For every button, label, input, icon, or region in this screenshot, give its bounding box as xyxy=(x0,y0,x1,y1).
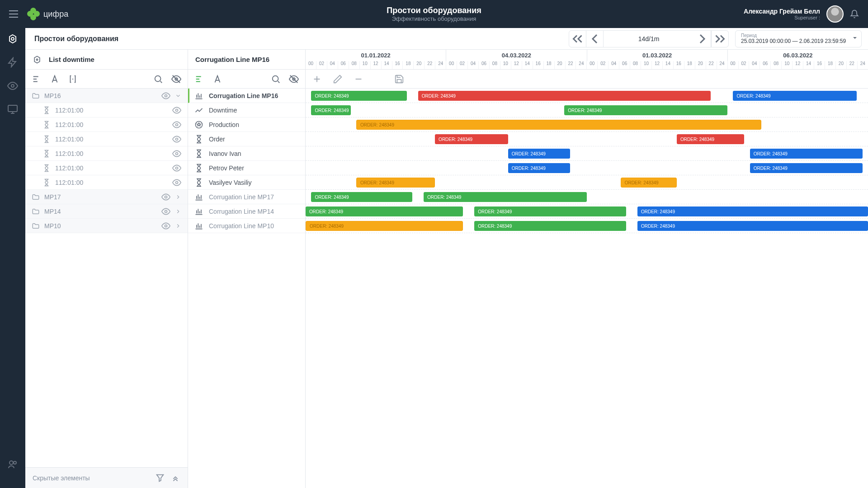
eye-icon[interactable] xyxy=(161,207,170,216)
gantt-bar[interactable]: ORDER: 248349 xyxy=(508,149,570,159)
rail-monitor-icon[interactable] xyxy=(7,104,18,115)
gantt-bar[interactable]: ORDER: 248349 xyxy=(306,206,463,216)
eye-icon[interactable] xyxy=(161,192,170,202)
gantt-bar[interactable]: ORDER: 248349 xyxy=(418,91,711,101)
time-scale[interactable]: 14d/1m xyxy=(604,35,694,42)
brand-logo[interactable]: цифра xyxy=(27,8,68,20)
minus-icon[interactable] xyxy=(354,74,363,84)
gantt-bar[interactable]: ORDER: 248349 xyxy=(311,105,350,115)
gantt-bar[interactable]: ORDER: 248349 xyxy=(356,120,761,130)
rail-bolt-icon[interactable] xyxy=(7,57,18,68)
save-icon[interactable] xyxy=(394,74,404,84)
svg-point-13 xyxy=(176,167,178,169)
eye-icon[interactable] xyxy=(161,221,170,230)
gantt-bar[interactable]: ORDER: 248349 xyxy=(306,221,463,231)
period-selector[interactable]: Период 25.03.2019 00:00:00 — 2.06.2019 2… xyxy=(735,30,862,47)
gantt-bar[interactable]: ORDER: 248349 xyxy=(637,206,868,216)
tree-hier-icon[interactable] xyxy=(32,74,42,84)
hamburger-icon[interactable] xyxy=(9,10,18,18)
tree-item[interactable]: 112:01:00 xyxy=(25,103,188,117)
folder-icon xyxy=(32,222,40,230)
eye-off-icon[interactable] xyxy=(289,74,299,84)
bracket-icon[interactable] xyxy=(68,74,78,84)
gantt-bar[interactable]: ORDER: 248349 xyxy=(564,105,727,115)
tree-item[interactable]: 112:01:00 xyxy=(25,132,188,146)
eye-icon[interactable] xyxy=(172,106,181,115)
search-icon[interactable] xyxy=(271,74,281,84)
gantt-bar[interactable]: ORDER: 248349 xyxy=(677,134,744,144)
eye-icon[interactable] xyxy=(172,178,181,187)
gantt-bar[interactable]: ORDER: 248349 xyxy=(356,178,435,188)
gantt-bar[interactable]: ORDER: 248349 xyxy=(435,134,508,144)
gantt-bar[interactable]: ORDER: 248349 xyxy=(637,221,868,231)
gantt-bar[interactable]: ORDER: 248349 xyxy=(311,192,412,202)
rail-module-icon[interactable] xyxy=(7,33,18,44)
mid-row[interactable]: Vasilyev Vasiliy xyxy=(188,175,305,190)
eye-icon[interactable] xyxy=(161,91,170,100)
chevron-down-icon[interactable] xyxy=(175,93,181,99)
mid-row[interactable]: Order xyxy=(188,132,305,146)
collapse-icon[interactable] xyxy=(170,473,180,483)
mid-row[interactable]: Corrugation Line MP14 xyxy=(188,204,305,219)
filter-icon[interactable] xyxy=(155,473,165,483)
rail-eye-icon[interactable] xyxy=(7,80,18,91)
tree-group-MP10[interactable]: MP10 xyxy=(25,219,188,233)
gantt-bar[interactable]: ORDER: 248349 xyxy=(750,149,863,159)
tree-hier-icon[interactable] xyxy=(194,74,204,84)
chevron-right-icon[interactable] xyxy=(175,194,181,200)
nav-next-icon[interactable] xyxy=(694,31,711,47)
mid-row[interactable]: Ivanov Ivan xyxy=(188,146,305,161)
gantt-bar[interactable]: ORDER: 248349 xyxy=(508,163,570,173)
nav-prev-icon[interactable] xyxy=(586,31,604,47)
gantt-bar[interactable]: ORDER: 248349 xyxy=(474,206,626,216)
tree-item[interactable]: 112:01:00 xyxy=(25,117,188,132)
search-icon[interactable] xyxy=(153,74,163,84)
tree-group-MP16[interactable]: MP16 xyxy=(25,89,188,103)
mid-row[interactable]: Downtime xyxy=(188,103,305,117)
gantt-hour: 18 xyxy=(544,61,555,69)
eye-icon[interactable] xyxy=(172,120,181,129)
eye-icon[interactable] xyxy=(172,149,181,158)
pencil-icon[interactable] xyxy=(333,74,343,84)
nav-first-icon[interactable] xyxy=(569,31,586,47)
gantt-row: ORDER: 248349ORDER: 248349 xyxy=(306,161,868,175)
mid-row-label: Petrov Peter xyxy=(209,164,244,172)
mid-row[interactable]: Corrugation Line MP17 xyxy=(188,190,305,204)
tree-item[interactable]: 112:01:00 xyxy=(25,161,188,175)
gantt-row: ORDER: 248349ORDER: 248349 xyxy=(306,175,868,190)
gantt-hour: 20 xyxy=(836,61,847,69)
mid-row-label: Corrugation Line MP17 xyxy=(209,193,274,201)
text-a-icon[interactable] xyxy=(212,74,222,84)
avatar[interactable] xyxy=(826,5,844,23)
eye-icon[interactable] xyxy=(172,164,181,173)
chevron-right-icon[interactable] xyxy=(175,223,181,229)
eye-off-icon[interactable] xyxy=(171,74,181,84)
nav-last-icon[interactable] xyxy=(711,31,728,47)
tree-item[interactable]: 112:01:00 xyxy=(25,146,188,161)
tree-group-MP17[interactable]: MP17 xyxy=(25,190,188,204)
gantt-bar[interactable]: ORDER: 248349 xyxy=(621,178,677,188)
gantt-bar[interactable]: ORDER: 248349 xyxy=(733,91,857,101)
mid-row[interactable]: Corrugation Line MP10 xyxy=(188,219,305,233)
mid-row[interactable]: Petrov Peter xyxy=(188,161,305,175)
plus-icon[interactable] xyxy=(312,74,322,84)
bell-icon[interactable] xyxy=(850,9,859,19)
text-a-icon[interactable] xyxy=(50,74,60,84)
mid-row-label: Vasilyev Vasiliy xyxy=(209,179,251,186)
gantt-hour: 24 xyxy=(858,61,868,69)
gantt-bar[interactable]: ORDER: 248349 xyxy=(424,192,587,202)
svg-point-9 xyxy=(176,109,178,111)
mid-row[interactable]: Corrugation Line MP16 xyxy=(188,89,305,103)
gantt-hour: 16 xyxy=(674,61,684,69)
tree-item[interactable]: 112:01:00 xyxy=(25,175,188,190)
rail-users-icon[interactable] xyxy=(7,459,18,470)
mid-row[interactable]: Production xyxy=(188,117,305,132)
tree-group-MP14[interactable]: MP14 xyxy=(25,204,188,219)
user-name: Александр Грейам Белл xyxy=(744,8,820,15)
eye-icon[interactable] xyxy=(172,135,181,144)
gantt-bar[interactable]: ORDER: 248349 xyxy=(474,221,626,231)
line-icon xyxy=(194,207,203,216)
gantt-bar[interactable]: ORDER: 248349 xyxy=(311,91,406,101)
gantt-bar[interactable]: ORDER: 248349 xyxy=(750,163,863,173)
chevron-right-icon[interactable] xyxy=(175,208,181,215)
